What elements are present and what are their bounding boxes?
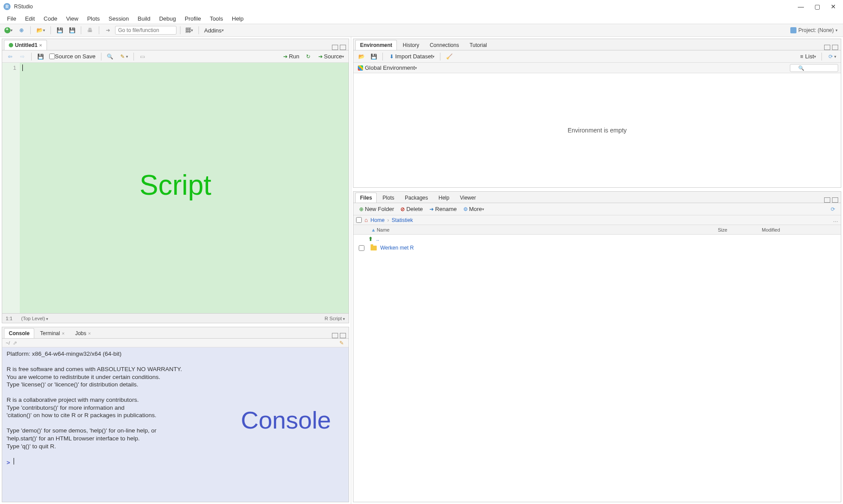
source-on-save-label: Source on Save [55, 53, 96, 60]
file-row-parent[interactable]: ⬆ .. [353, 235, 841, 243]
goto-file-input[interactable] [115, 26, 177, 35]
minimize-panel-icon[interactable] [332, 333, 338, 338]
save-script-button[interactable]: 💾 [35, 52, 46, 61]
list-icon: ≡ [798, 53, 805, 60]
project-menu[interactable]: Project: (None) [790, 27, 840, 33]
history-tab[interactable]: History [398, 40, 424, 50]
plots-tab[interactable]: Plots [378, 193, 399, 203]
window-close-icon[interactable]: ✕ [831, 3, 836, 10]
console-output[interactable]: Platform: x86_64-w64-mingw32/x64 (64-bit… [2, 347, 349, 502]
refresh-env-button[interactable]: ⟳ [825, 52, 838, 61]
maximize-panel-icon[interactable] [340, 333, 346, 338]
clear-console-icon[interactable]: ✎ [338, 340, 345, 347]
code-tools-button[interactable]: ✎ [117, 52, 130, 61]
menu-help[interactable]: Help [227, 14, 248, 23]
col-name-label[interactable]: Name [377, 227, 389, 232]
compile-report-button[interactable]: ▭ [137, 52, 148, 61]
new-folder-button[interactable]: ⊕ New Folder [356, 205, 396, 214]
window-minimize-icon[interactable]: — [798, 3, 804, 10]
home-icon[interactable]: ⌂ [364, 217, 368, 223]
terminal-tab[interactable]: Terminal × [35, 328, 69, 338]
minimize-panel-icon[interactable] [824, 197, 830, 203]
file-checkbox[interactable] [359, 245, 364, 251]
env-search-input[interactable] [790, 64, 838, 72]
more-button[interactable]: ⚙ More [460, 205, 486, 214]
maximize-panel-icon[interactable] [832, 45, 838, 50]
menu-debug[interactable]: Debug [155, 14, 180, 23]
sort-asc-icon[interactable]: ▲ [371, 227, 376, 232]
maximize-panel-icon[interactable] [832, 197, 838, 203]
minimize-panel-icon[interactable] [332, 45, 338, 50]
save-button[interactable]: 💾 [54, 26, 65, 35]
up-folder-icon: ⬆ [368, 236, 373, 242]
source-tab[interactable]: Untitled1 × [4, 40, 47, 50]
breadcrumb-home[interactable]: Home [371, 217, 385, 223]
app-icon: R [4, 3, 11, 10]
open-file-button[interactable]: 📂 [34, 26, 47, 35]
minimize-panel-icon[interactable] [824, 45, 830, 50]
forward-button[interactable]: ⇨ [17, 52, 28, 61]
file-type-picker[interactable]: R Script [324, 316, 345, 321]
select-all-checkbox[interactable] [356, 217, 362, 223]
col-modified-label[interactable]: Modified [762, 227, 841, 232]
source-on-save-box[interactable] [49, 54, 55, 59]
cursor-position: 1:1 [6, 316, 12, 321]
menu-profile[interactable]: Profile [180, 14, 205, 23]
window-maximize-icon[interactable]: ▢ [814, 3, 820, 10]
view-mode-button[interactable]: ≡ List [796, 52, 818, 61]
print-button[interactable]: 🖶 [85, 26, 95, 35]
close-terminal-icon[interactable]: × [62, 331, 65, 336]
separator [30, 26, 31, 34]
menu-file[interactable]: File [3, 14, 21, 23]
help-tab[interactable]: Help [434, 193, 454, 203]
packages-tab[interactable]: Packages [400, 193, 433, 203]
menu-session[interactable]: Session [104, 14, 133, 23]
clear-env-button[interactable]: 🧹 [444, 52, 454, 61]
file-row[interactable]: Werken met R [353, 243, 841, 252]
file-name[interactable]: Werken met R [380, 245, 414, 251]
parent-dir-label[interactable]: .. [376, 236, 379, 242]
load-workspace-button[interactable]: 📂 [356, 52, 367, 61]
menu-edit[interactable]: Edit [21, 14, 39, 23]
jobs-tab[interactable]: Jobs × [70, 328, 96, 338]
panes-button[interactable] [184, 27, 195, 34]
environment-tab[interactable]: Environment [355, 40, 397, 50]
editor-area[interactable]: 1 Script [2, 63, 349, 313]
env-scope-picker[interactable]: Global Environment [356, 64, 419, 72]
breadcrumb-current[interactable]: Statistiek [392, 217, 413, 223]
menu-build[interactable]: Build [133, 14, 155, 23]
files-tab[interactable]: Files [355, 193, 377, 203]
new-file-button[interactable] [3, 26, 14, 34]
scope-picker[interactable]: (Top Level) [21, 316, 48, 321]
goto-button[interactable]: ➜ [103, 26, 113, 35]
refresh-files-button[interactable]: ⟳ [828, 205, 838, 214]
maximize-panel-icon[interactable] [340, 45, 346, 50]
rerun-button[interactable]: ↻ [303, 52, 313, 61]
close-tab-icon[interactable]: × [39, 43, 42, 48]
col-size-label[interactable]: Size [718, 227, 762, 232]
import-dataset-button[interactable]: ⬇ Import Dataset [386, 52, 436, 61]
menu-plots[interactable]: Plots [83, 14, 104, 23]
console-wd-arrow-icon[interactable]: ⇗ [11, 340, 18, 347]
connections-tab[interactable]: Connections [425, 40, 464, 50]
save-all-button[interactable]: 💾 [67, 26, 77, 35]
find-button[interactable]: 🔍 [105, 52, 115, 61]
script-overlay-label: Script [140, 168, 212, 201]
console-tab[interactable]: Console [4, 328, 34, 338]
menu-view[interactable]: View [61, 14, 83, 23]
new-project-button[interactable]: ⊕ [16, 26, 27, 35]
menu-code[interactable]: Code [39, 14, 61, 23]
menu-tools[interactable]: Tools [205, 14, 227, 23]
back-button[interactable]: ⇦ [5, 52, 15, 61]
addins-button[interactable]: Addins [202, 26, 226, 35]
breadcrumb-more-icon[interactable]: … [833, 217, 838, 223]
run-button[interactable]: ➔ Run [280, 52, 301, 61]
source-button[interactable]: ➔ Source [315, 52, 346, 61]
save-workspace-button[interactable]: 💾 [368, 52, 379, 61]
close-jobs-icon[interactable]: × [88, 331, 91, 336]
tutorial-tab[interactable]: Tutorial [465, 40, 492, 50]
viewer-tab[interactable]: Viewer [455, 193, 480, 203]
source-on-save-checkbox[interactable]: Source on Save [47, 52, 97, 61]
delete-button[interactable]: ⊘ Delete [397, 205, 425, 214]
rename-button[interactable]: ➜ Rename [426, 205, 458, 214]
